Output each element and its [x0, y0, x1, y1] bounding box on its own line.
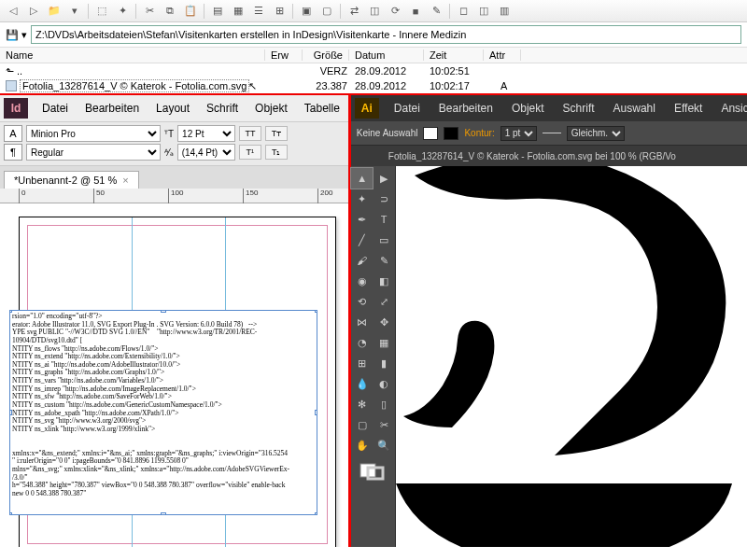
- stroke-weight-select[interactable]: 1 pt: [500, 126, 537, 141]
- drop-icon[interactable]: ▾: [65, 3, 84, 20]
- mesh-tool[interactable]: ⊞: [351, 353, 374, 373]
- ruler-horizontal: 0 50 100 150 200: [0, 189, 348, 203]
- menu-item[interactable]: Auswahl: [604, 98, 665, 119]
- super-button[interactable]: T¹: [239, 145, 261, 160]
- line-tool[interactable]: ╱: [351, 230, 374, 250]
- copy-icon[interactable]: ⧉: [161, 3, 179, 20]
- drive-icon[interactable]: 💾 ▾: [6, 29, 27, 41]
- menu-item[interactable]: Effekt: [665, 98, 712, 119]
- cursor-icon: ↖: [248, 80, 257, 92]
- term-icon[interactable]: ■: [406, 3, 425, 20]
- symbol-tool[interactable]: ✻: [351, 394, 374, 414]
- text-frame[interactable]: rsion="1.0" encoding="utf-8"?> erator: A…: [9, 310, 317, 515]
- stroke-style-icon[interactable]: [543, 133, 561, 133]
- tree-icon[interactable]: ⊞: [270, 3, 289, 20]
- note-icon[interactable]: ✎: [427, 3, 445, 20]
- stroke-swatch[interactable]: [444, 127, 458, 140]
- type-tool[interactable]: T: [373, 209, 395, 230]
- menu-item[interactable]: Ansicht: [712, 98, 747, 119]
- ai-canvas[interactable]: [396, 166, 747, 547]
- menu-item[interactable]: Datei: [34, 98, 77, 119]
- view-icon[interactable]: ▦: [229, 3, 247, 20]
- fill-stroke-icon[interactable]: [351, 461, 395, 482]
- menu-item[interactable]: Datei: [385, 98, 430, 119]
- pencil-tool[interactable]: ✎: [373, 250, 395, 271]
- folder-icon[interactable]: 📁: [45, 3, 63, 20]
- tool-icon[interactable]: ▤: [208, 3, 227, 20]
- menu-item[interactable]: Layout: [148, 98, 198, 119]
- star-icon[interactable]: ✦: [113, 3, 132, 20]
- fill-swatch[interactable]: [423, 127, 438, 140]
- shape-builder-tool[interactable]: ◔: [351, 332, 374, 353]
- menu-item[interactable]: Bearbeiten: [77, 98, 148, 119]
- fwd-icon[interactable]: ▷: [24, 3, 43, 20]
- zip-icon[interactable]: ▣: [297, 3, 316, 20]
- paste-icon[interactable]: 📋: [181, 3, 200, 20]
- file-manager: ◁ ▷ 📁 ▾ ⬚ ✦ ✂ ⧉ 📋 ▤ ▦ ☰ ⊞ ▣ ▢ ⇄ ◫ ⟳ ■ ✎ …: [0, 0, 747, 95]
- selection-tool[interactable]: ▲: [351, 168, 374, 189]
- size-icon: ᵀT: [164, 129, 174, 139]
- perspective-tool[interactable]: ▦: [373, 332, 395, 353]
- indesign-window: Id Datei Bearbeiten Layout Schrift Objek…: [0, 95, 351, 547]
- menu-item[interactable]: Objekt: [247, 98, 296, 119]
- direct-select-tool[interactable]: ▶: [373, 168, 395, 189]
- eraser-tool[interactable]: ◧: [373, 271, 395, 291]
- fm-column-headers[interactable]: Name Erw Größe Datum Zeit Attr: [0, 47, 747, 63]
- sub-button[interactable]: T₁: [265, 145, 288, 160]
- font-select[interactable]: Minion Pro: [26, 125, 161, 142]
- misc1-icon[interactable]: ◻: [454, 3, 472, 20]
- para-mode-button[interactable]: ¶: [4, 144, 22, 161]
- zoom-tool[interactable]: 🔍: [373, 435, 395, 455]
- blob-tool[interactable]: ◉: [351, 271, 374, 291]
- scale-tool[interactable]: ⤢: [373, 291, 395, 312]
- leading-icon: ᴬ⁄ₐ: [164, 147, 174, 158]
- eyedropper-tool[interactable]: 💧: [351, 373, 374, 394]
- menu-item[interactable]: Bearbeiten: [430, 98, 502, 119]
- close-icon[interactable]: ×: [122, 175, 128, 186]
- hand-tool[interactable]: ✋: [351, 435, 374, 455]
- blend-tool[interactable]: ◐: [373, 373, 395, 394]
- unzip-icon[interactable]: ▢: [317, 3, 336, 20]
- sync-icon[interactable]: ⟳: [386, 3, 404, 20]
- brush-tool[interactable]: 🖌: [351, 250, 374, 271]
- list-item[interactable]: Fotolia_13287614_V © Katerok - Fotolia.c…: [0, 78, 747, 93]
- misc2-icon[interactable]: ◫: [474, 3, 493, 20]
- artwork-snake-bowl: [396, 166, 747, 547]
- updir-icon: ⬑: [6, 65, 14, 77]
- rect-tool[interactable]: ▭: [373, 230, 395, 250]
- cut-icon[interactable]: ✂: [140, 3, 159, 20]
- width-tool[interactable]: ⋈: [351, 312, 374, 332]
- rotate-tool[interactable]: ⟲: [351, 291, 374, 312]
- smallcaps-button[interactable]: Tᴛ: [265, 126, 288, 141]
- opacity-select[interactable]: Gleichm.: [567, 126, 625, 141]
- path-input[interactable]: [31, 25, 741, 44]
- document-tab[interactable]: Fotolia_13287614_V © Katerok - Fotolia.c…: [388, 151, 676, 161]
- gradient-tool[interactable]: ▮: [373, 353, 395, 373]
- ftp-icon[interactable]: ⇄: [345, 3, 363, 20]
- artboard-tool[interactable]: ▢: [351, 414, 374, 435]
- menu-item[interactable]: Objekt: [502, 98, 554, 119]
- misc3-icon[interactable]: ▥: [495, 3, 514, 20]
- menu-item[interactable]: Tabelle: [296, 98, 348, 119]
- back-icon[interactable]: ◁: [4, 3, 22, 20]
- list-icon[interactable]: ☰: [249, 3, 268, 20]
- col-erw: Erw: [265, 49, 303, 61]
- weight-select[interactable]: Regular: [26, 144, 161, 161]
- free-transform-tool[interactable]: ✥: [373, 312, 395, 332]
- font-size-select[interactable]: 12 Pt: [177, 125, 235, 142]
- id-canvas[interactable]: 0 50 100 150 200 rsion="1.0" encoding="u…: [0, 189, 348, 547]
- list-item[interactable]: ⬑.. VERZ 28.09.2012 10:02:51: [0, 63, 747, 78]
- select-icon[interactable]: ⬚: [92, 3, 111, 20]
- allcaps-button[interactable]: TT: [239, 126, 261, 141]
- leading-select[interactable]: (14,4 Pt): [177, 144, 235, 161]
- lasso-tool[interactable]: ⊃: [373, 189, 395, 209]
- wand-tool[interactable]: ✦: [351, 189, 374, 209]
- slice-tool[interactable]: ✂: [373, 414, 395, 435]
- pen-tool[interactable]: ✒: [351, 209, 374, 230]
- menu-item[interactable]: Schrift: [198, 98, 247, 119]
- net-icon[interactable]: ◫: [365, 3, 384, 20]
- graph-tool[interactable]: ▯: [373, 394, 395, 414]
- char-mode-button[interactable]: A: [4, 125, 22, 142]
- document-tab[interactable]: *Unbenannt-2 @ 51 %×: [4, 171, 139, 189]
- menu-item[interactable]: Schrift: [554, 98, 604, 119]
